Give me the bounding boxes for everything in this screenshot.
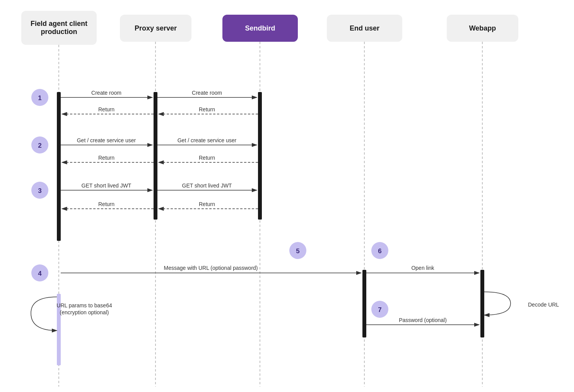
- svg-text:Create room: Create room: [91, 90, 121, 96]
- svg-point-32: [31, 182, 48, 199]
- svg-point-34: [31, 264, 48, 281]
- svg-text:Open link: Open link: [411, 265, 434, 271]
- actor-sendbird: Sendbird: [222, 15, 298, 42]
- svg-text:1: 1: [38, 94, 41, 102]
- svg-text:Return: Return: [199, 106, 215, 112]
- svg-text:7: 7: [378, 306, 381, 314]
- svg-text:Return: Return: [98, 155, 114, 161]
- svg-text:6: 6: [378, 247, 381, 255]
- svg-text:(encryption optional): (encryption optional): [60, 309, 109, 315]
- svg-text:GET short lived JWT: GET short lived JWT: [182, 182, 232, 189]
- svg-text:Return: Return: [199, 155, 215, 161]
- svg-point-30: [31, 136, 48, 153]
- diagram-container: Field agent client production Proxy serv…: [0, 0, 574, 392]
- svg-text:Create room: Create room: [192, 90, 222, 96]
- svg-text:URL params to base64: URL params to base64: [56, 302, 112, 308]
- svg-text:3: 3: [38, 187, 41, 194]
- actor-field-agent: Field agent client production: [21, 11, 97, 45]
- actor-label-sendbird: Sendbird: [245, 24, 275, 32]
- svg-point-36: [289, 242, 306, 259]
- svg-point-28: [31, 89, 48, 106]
- svg-text:Password (optional): Password (optional): [399, 317, 447, 323]
- svg-text:Decode URL: Decode URL: [528, 302, 559, 308]
- svg-rect-9: [362, 270, 366, 337]
- svg-text:Return: Return: [98, 106, 114, 112]
- actor-end-user: End user: [327, 15, 402, 42]
- actor-label-field-agent: Field agent client production: [31, 20, 87, 36]
- svg-text:GET short lived JWT: GET short lived JWT: [82, 182, 132, 189]
- svg-rect-6: [154, 92, 157, 220]
- svg-text:Return: Return: [98, 201, 114, 207]
- svg-text:Message with URL (optional pas: Message with URL (optional password): [164, 265, 258, 271]
- svg-rect-7: [258, 92, 262, 220]
- actor-label-proxy-server: Proxy server: [135, 24, 177, 32]
- actor-proxy-server: Proxy server: [120, 15, 191, 42]
- svg-point-38: [371, 242, 388, 259]
- diagram-svg: 1 2 3 4 5 6 7 Create room Create room Re…: [0, 0, 574, 392]
- svg-rect-10: [480, 270, 484, 337]
- actor-label-end-user: End user: [350, 24, 379, 32]
- svg-text:Return: Return: [199, 201, 215, 207]
- svg-text:4: 4: [38, 270, 42, 277]
- svg-rect-8: [57, 294, 61, 365]
- actor-label-webapp: Webapp: [469, 24, 496, 32]
- svg-rect-5: [57, 92, 61, 241]
- actor-webapp: Webapp: [447, 15, 518, 42]
- svg-text:2: 2: [38, 142, 41, 149]
- svg-text:Get / create service user: Get / create service user: [77, 137, 136, 143]
- svg-point-40: [371, 301, 388, 318]
- svg-text:5: 5: [296, 247, 299, 255]
- svg-text:Get / create service user: Get / create service user: [178, 137, 237, 143]
